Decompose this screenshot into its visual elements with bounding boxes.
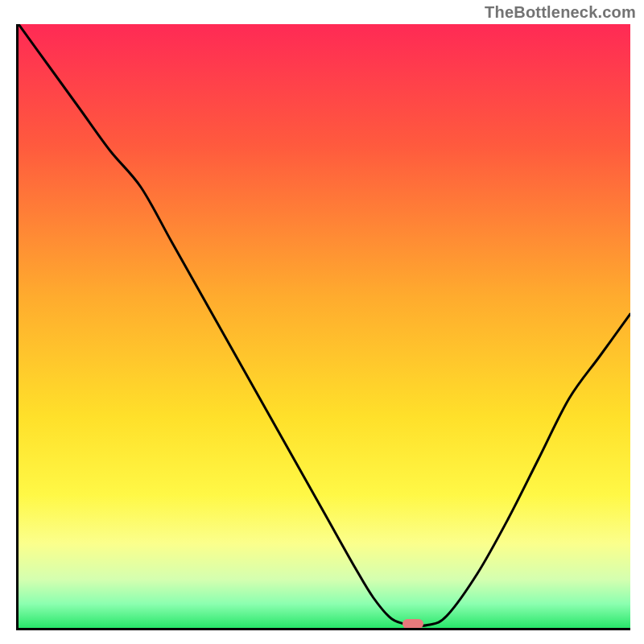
svg-rect-0 bbox=[19, 24, 630, 628]
watermark-text: TheBottleneck.com bbox=[485, 3, 636, 22]
chart-container: TheBottleneck.com bbox=[0, 0, 644, 644]
bottleneck-curve bbox=[19, 24, 630, 628]
optimum-marker bbox=[402, 619, 423, 629]
background-gradient bbox=[19, 24, 630, 628]
plot-area bbox=[16, 24, 630, 630]
